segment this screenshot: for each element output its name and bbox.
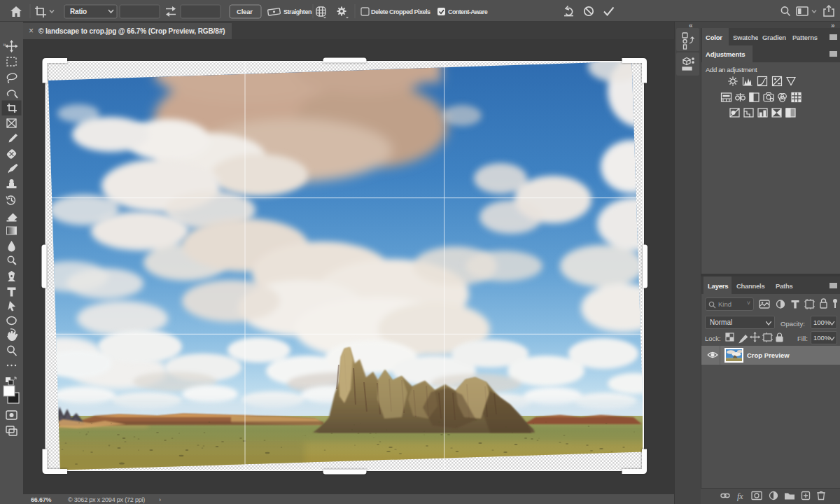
svg-text:Content-Aware: Content-Aware [448,8,488,15]
svg-text:Ratio: Ratio [70,8,87,15]
svg-text:fx: fx [737,491,743,501]
svg-text:»: » [3,41,6,48]
svg-text:Delete Cropped Pixels: Delete Cropped Pixels [371,8,430,15]
svg-text:Clear: Clear [237,8,253,15]
svg-text:Straighten: Straighten [284,8,312,15]
